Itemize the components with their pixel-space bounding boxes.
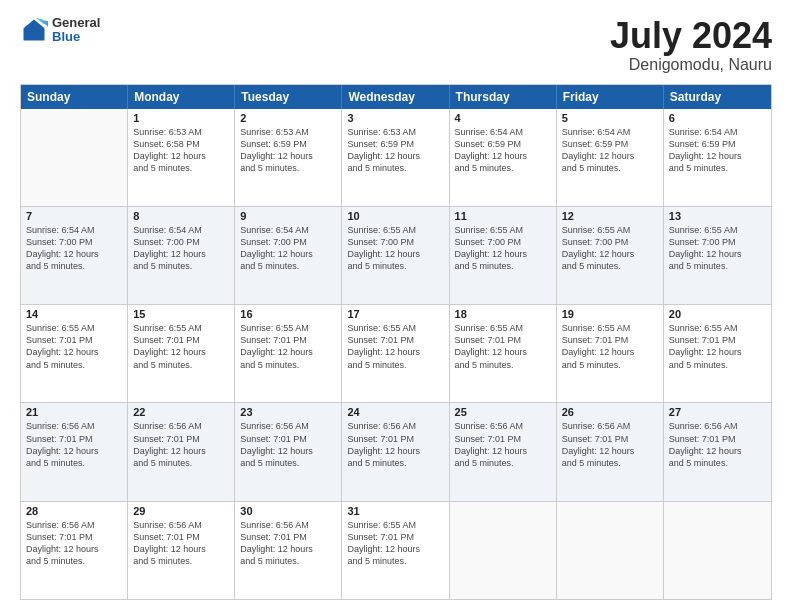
day-number: 5	[562, 112, 658, 124]
day-number: 6	[669, 112, 766, 124]
day-number: 21	[26, 406, 122, 418]
calendar-cell: 8Sunrise: 6:54 AMSunset: 7:00 PMDaylight…	[128, 207, 235, 304]
calendar-cell: 27Sunrise: 6:56 AMSunset: 7:01 PMDayligh…	[664, 403, 771, 500]
calendar-cell: 2Sunrise: 6:53 AMSunset: 6:59 PMDaylight…	[235, 109, 342, 206]
calendar-cell: 14Sunrise: 6:55 AMSunset: 7:01 PMDayligh…	[21, 305, 128, 402]
calendar-row-1: 1Sunrise: 6:53 AMSunset: 6:58 PMDaylight…	[21, 109, 771, 206]
logo-blue-text: Blue	[52, 30, 100, 44]
day-info: Sunrise: 6:56 AMSunset: 7:01 PMDaylight:…	[133, 420, 229, 469]
calendar-cell: 23Sunrise: 6:56 AMSunset: 7:01 PMDayligh…	[235, 403, 342, 500]
day-number: 19	[562, 308, 658, 320]
logo-general-text: General	[52, 16, 100, 30]
day-info: Sunrise: 6:56 AMSunset: 7:01 PMDaylight:…	[562, 420, 658, 469]
day-number: 17	[347, 308, 443, 320]
calendar-cell: 12Sunrise: 6:55 AMSunset: 7:00 PMDayligh…	[557, 207, 664, 304]
day-info: Sunrise: 6:54 AMSunset: 6:59 PMDaylight:…	[669, 126, 766, 175]
day-number: 9	[240, 210, 336, 222]
page: General Blue July 2024 Denigomodu, Nauru…	[0, 0, 792, 612]
calendar-cell: 7Sunrise: 6:54 AMSunset: 7:00 PMDaylight…	[21, 207, 128, 304]
day-info: Sunrise: 6:55 AMSunset: 7:00 PMDaylight:…	[347, 224, 443, 273]
day-info: Sunrise: 6:55 AMSunset: 7:01 PMDaylight:…	[347, 519, 443, 568]
calendar-cell: 6Sunrise: 6:54 AMSunset: 6:59 PMDaylight…	[664, 109, 771, 206]
day-number: 10	[347, 210, 443, 222]
day-number: 23	[240, 406, 336, 418]
day-info: Sunrise: 6:55 AMSunset: 7:01 PMDaylight:…	[347, 322, 443, 371]
day-number: 30	[240, 505, 336, 517]
day-number: 15	[133, 308, 229, 320]
day-info: Sunrise: 6:54 AMSunset: 7:00 PMDaylight:…	[240, 224, 336, 273]
day-info: Sunrise: 6:55 AMSunset: 7:01 PMDaylight:…	[240, 322, 336, 371]
calendar-cell: 16Sunrise: 6:55 AMSunset: 7:01 PMDayligh…	[235, 305, 342, 402]
calendar: SundayMondayTuesdayWednesdayThursdayFrid…	[20, 84, 772, 600]
title-location: Denigomodu, Nauru	[610, 56, 772, 74]
calendar-cell: 1Sunrise: 6:53 AMSunset: 6:58 PMDaylight…	[128, 109, 235, 206]
day-number: 25	[455, 406, 551, 418]
day-info: Sunrise: 6:56 AMSunset: 7:01 PMDaylight:…	[347, 420, 443, 469]
calendar-cell: 18Sunrise: 6:55 AMSunset: 7:01 PMDayligh…	[450, 305, 557, 402]
header-day-wednesday: Wednesday	[342, 85, 449, 109]
day-info: Sunrise: 6:53 AMSunset: 6:59 PMDaylight:…	[240, 126, 336, 175]
day-number: 13	[669, 210, 766, 222]
day-number: 3	[347, 112, 443, 124]
day-info: Sunrise: 6:55 AMSunset: 7:01 PMDaylight:…	[133, 322, 229, 371]
header-day-sunday: Sunday	[21, 85, 128, 109]
day-number: 8	[133, 210, 229, 222]
calendar-cell: 17Sunrise: 6:55 AMSunset: 7:01 PMDayligh…	[342, 305, 449, 402]
calendar-body: 1Sunrise: 6:53 AMSunset: 6:58 PMDaylight…	[21, 109, 771, 599]
day-number: 26	[562, 406, 658, 418]
day-info: Sunrise: 6:55 AMSunset: 7:00 PMDaylight:…	[455, 224, 551, 273]
calendar-row-3: 14Sunrise: 6:55 AMSunset: 7:01 PMDayligh…	[21, 304, 771, 402]
day-info: Sunrise: 6:55 AMSunset: 7:01 PMDaylight:…	[562, 322, 658, 371]
calendar-cell: 15Sunrise: 6:55 AMSunset: 7:01 PMDayligh…	[128, 305, 235, 402]
day-number: 1	[133, 112, 229, 124]
day-number: 2	[240, 112, 336, 124]
calendar-cell	[664, 502, 771, 599]
day-number: 20	[669, 308, 766, 320]
calendar-cell: 13Sunrise: 6:55 AMSunset: 7:00 PMDayligh…	[664, 207, 771, 304]
logo-text: General Blue	[52, 16, 100, 45]
day-info: Sunrise: 6:54 AMSunset: 6:59 PMDaylight:…	[562, 126, 658, 175]
calendar-row-2: 7Sunrise: 6:54 AMSunset: 7:00 PMDaylight…	[21, 206, 771, 304]
calendar-cell: 28Sunrise: 6:56 AMSunset: 7:01 PMDayligh…	[21, 502, 128, 599]
calendar-cell: 5Sunrise: 6:54 AMSunset: 6:59 PMDaylight…	[557, 109, 664, 206]
calendar-cell: 29Sunrise: 6:56 AMSunset: 7:01 PMDayligh…	[128, 502, 235, 599]
calendar-cell: 30Sunrise: 6:56 AMSunset: 7:01 PMDayligh…	[235, 502, 342, 599]
calendar-cell: 20Sunrise: 6:55 AMSunset: 7:01 PMDayligh…	[664, 305, 771, 402]
day-number: 18	[455, 308, 551, 320]
calendar-cell: 24Sunrise: 6:56 AMSunset: 7:01 PMDayligh…	[342, 403, 449, 500]
day-info: Sunrise: 6:54 AMSunset: 7:00 PMDaylight:…	[133, 224, 229, 273]
logo: General Blue	[20, 16, 100, 45]
day-number: 24	[347, 406, 443, 418]
calendar-cell	[21, 109, 128, 206]
calendar-cell: 9Sunrise: 6:54 AMSunset: 7:00 PMDaylight…	[235, 207, 342, 304]
calendar-cell: 4Sunrise: 6:54 AMSunset: 6:59 PMDaylight…	[450, 109, 557, 206]
day-info: Sunrise: 6:55 AMSunset: 7:01 PMDaylight:…	[669, 322, 766, 371]
header-day-saturday: Saturday	[664, 85, 771, 109]
calendar-cell	[557, 502, 664, 599]
calendar-cell: 10Sunrise: 6:55 AMSunset: 7:00 PMDayligh…	[342, 207, 449, 304]
day-info: Sunrise: 6:54 AMSunset: 6:59 PMDaylight:…	[455, 126, 551, 175]
calendar-cell: 25Sunrise: 6:56 AMSunset: 7:01 PMDayligh…	[450, 403, 557, 500]
calendar-cell: 21Sunrise: 6:56 AMSunset: 7:01 PMDayligh…	[21, 403, 128, 500]
header-day-tuesday: Tuesday	[235, 85, 342, 109]
day-number: 31	[347, 505, 443, 517]
title-month: July 2024	[610, 16, 772, 56]
calendar-cell: 31Sunrise: 6:55 AMSunset: 7:01 PMDayligh…	[342, 502, 449, 599]
day-info: Sunrise: 6:55 AMSunset: 7:00 PMDaylight:…	[562, 224, 658, 273]
calendar-cell	[450, 502, 557, 599]
calendar-header: SundayMondayTuesdayWednesdayThursdayFrid…	[21, 85, 771, 109]
day-info: Sunrise: 6:53 AMSunset: 6:59 PMDaylight:…	[347, 126, 443, 175]
calendar-row-5: 28Sunrise: 6:56 AMSunset: 7:01 PMDayligh…	[21, 501, 771, 599]
day-number: 14	[26, 308, 122, 320]
day-number: 16	[240, 308, 336, 320]
day-number: 27	[669, 406, 766, 418]
day-number: 22	[133, 406, 229, 418]
header-day-friday: Friday	[557, 85, 664, 109]
day-info: Sunrise: 6:56 AMSunset: 7:01 PMDaylight:…	[26, 420, 122, 469]
svg-marker-0	[24, 20, 45, 41]
day-info: Sunrise: 6:53 AMSunset: 6:58 PMDaylight:…	[133, 126, 229, 175]
day-info: Sunrise: 6:56 AMSunset: 7:01 PMDaylight:…	[133, 519, 229, 568]
day-info: Sunrise: 6:55 AMSunset: 7:01 PMDaylight:…	[26, 322, 122, 371]
calendar-row-4: 21Sunrise: 6:56 AMSunset: 7:01 PMDayligh…	[21, 402, 771, 500]
day-number: 4	[455, 112, 551, 124]
